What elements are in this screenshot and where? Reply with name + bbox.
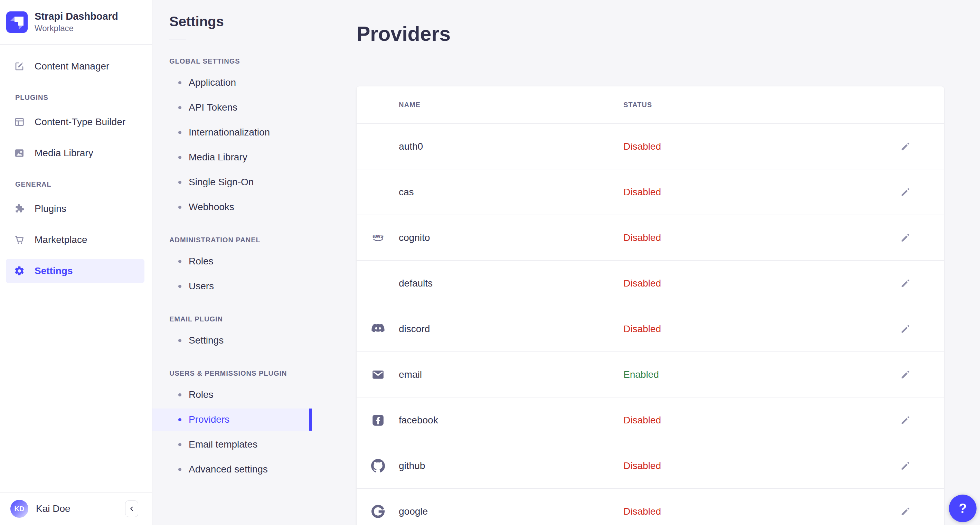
bullet-icon: [178, 418, 181, 421]
provider-name: email: [399, 369, 624, 380]
bullet-icon: [178, 181, 181, 184]
bullet-icon: [178, 156, 181, 159]
table-row-auth0[interactable]: auth0 Disabled: [356, 124, 944, 169]
puzzle-icon: [14, 203, 25, 214]
svg-text:aws: aws: [372, 232, 383, 239]
edit-provider-button[interactable]: [894, 318, 916, 340]
no-icon: [371, 185, 385, 199]
table-row-google[interactable]: google Disabled: [356, 489, 944, 525]
no-icon: [371, 277, 385, 290]
provider-status: Disabled: [624, 415, 889, 426]
table-row-email[interactable]: email Enabled: [356, 352, 944, 398]
pencil-icon: [900, 323, 911, 334]
sidebar-item-media-library[interactable]: Media Library: [6, 141, 145, 165]
edit-provider-button[interactable]: [894, 455, 916, 477]
edit-provider-button[interactable]: [894, 135, 916, 158]
edit-provider-button[interactable]: [894, 364, 916, 386]
subnav-item-settings[interactable]: Settings: [153, 329, 312, 352]
subnav-section: USERS & PERMISSIONS PLUGIN Roles Provide…: [153, 369, 312, 480]
main-sidebar: Strapi Dashboard Workplace Content Manag…: [0, 0, 153, 525]
sidebar-menu: Content Manager PLUGINS Content-Type Bui…: [0, 45, 152, 492]
subnav-section: EMAIL PLUGIN Settings: [153, 315, 312, 352]
provider-status: Disabled: [624, 323, 889, 334]
subnav-section: ADMINISTRATION PANEL Roles Users: [153, 236, 312, 297]
app-subtitle: Workplace: [35, 24, 118, 33]
discord-icon: [371, 322, 385, 336]
image-icon: [14, 148, 25, 159]
subnav-section-label: ADMINISTRATION PANEL: [153, 236, 312, 244]
provider-name: google: [399, 506, 624, 517]
subnav-item-providers[interactable]: Providers: [153, 409, 312, 431]
subnav-section-label: USERS & PERMISSIONS PLUGIN: [153, 369, 312, 377]
pencil-icon: [900, 141, 911, 152]
sidebar-section-label: PLUGINS: [0, 94, 152, 102]
bullet-icon: [178, 468, 181, 471]
edit-provider-button[interactable]: [894, 409, 916, 431]
avatar[interactable]: KD: [10, 500, 28, 518]
subnav-divider: [169, 39, 186, 40]
subnav-section-label: GLOBAL SETTINGS: [153, 57, 312, 65]
provider-status: Disabled: [624, 460, 889, 471]
subnav-item-users[interactable]: Users: [153, 275, 312, 297]
subnav-section-label: EMAIL PLUGIN: [153, 315, 312, 323]
help-button[interactable]: ?: [949, 495, 977, 522]
user-row: KD Kai Doe: [0, 492, 152, 525]
pencil-icon: [900, 278, 911, 289]
table-row-discord[interactable]: discord Disabled: [356, 306, 944, 352]
bullet-icon: [178, 106, 181, 109]
edit-provider-button[interactable]: [894, 227, 916, 249]
bullet-icon: [178, 260, 181, 263]
provider-name: defaults: [399, 278, 624, 289]
edit-provider-button[interactable]: [894, 272, 916, 294]
table-row-defaults[interactable]: defaults Disabled: [356, 261, 944, 306]
providers-table-card: NAME STATUS auth0 Disabled cas Disabled …: [356, 86, 944, 525]
no-icon: [371, 140, 385, 153]
column-header-status: STATUS: [624, 101, 889, 109]
subnav-item-roles[interactable]: Roles: [153, 383, 312, 406]
sidebar-item-marketplace[interactable]: Marketplace: [6, 228, 145, 252]
sidebar-item-content-manager[interactable]: Content Manager: [6, 54, 145, 78]
sidebar-item-label: Content Manager: [35, 61, 109, 72]
table-row-cas[interactable]: cas Disabled: [356, 169, 944, 215]
layout-icon: [14, 116, 25, 127]
pencil-icon: [900, 460, 911, 471]
sidebar-item-settings[interactable]: Settings: [6, 259, 145, 283]
provider-name: github: [399, 460, 624, 471]
main-content: Providers NAME STATUS auth0 Disabled cas…: [312, 0, 980, 525]
provider-status: Disabled: [624, 506, 889, 517]
table-row-cognito[interactable]: aws cognito Disabled: [356, 215, 944, 261]
provider-status: Disabled: [624, 278, 889, 289]
sidebar-item-content-type-builder[interactable]: Content-Type Builder: [6, 110, 145, 134]
pencil-icon: [900, 232, 911, 243]
google-icon: [371, 504, 385, 519]
edit-provider-button[interactable]: [894, 500, 916, 523]
subnav-item-email-templates[interactable]: Email templates: [153, 433, 312, 455]
subnav-item-application[interactable]: Application: [153, 72, 312, 94]
column-header-name: NAME: [399, 101, 624, 109]
subnav-item-media-library[interactable]: Media Library: [153, 146, 312, 168]
provider-status: Enabled: [624, 369, 889, 380]
app-title: Strapi Dashboard: [35, 11, 118, 22]
provider-status: Disabled: [624, 232, 889, 243]
sidebar-item-plugins[interactable]: Plugins: [6, 197, 145, 221]
collapse-sidebar-button[interactable]: [125, 500, 138, 517]
user-name: Kai Doe: [36, 503, 118, 514]
subnav-item-advanced-settings[interactable]: Advanced settings: [153, 458, 312, 480]
sidebar-section: PLUGINS Content-Type Builder Media Libra…: [0, 94, 152, 165]
bullet-icon: [178, 285, 181, 288]
table-row-github[interactable]: github Disabled: [356, 443, 944, 489]
subnav-item-webhooks[interactable]: Webhooks: [153, 196, 312, 218]
subnav-item-internationalization[interactable]: Internationalization: [153, 121, 312, 143]
subnav-item-single-sign-on[interactable]: Single Sign-On: [153, 171, 312, 193]
provider-name: cas: [399, 187, 624, 198]
subnav-title: Settings: [153, 13, 312, 30]
subnav-item-roles[interactable]: Roles: [153, 250, 312, 272]
subnav-item-api-tokens[interactable]: API Tokens: [153, 96, 312, 119]
table-row-facebook[interactable]: facebook Disabled: [356, 398, 944, 443]
bullet-icon: [178, 339, 181, 342]
bullet-icon: [178, 81, 181, 84]
provider-name: discord: [399, 323, 624, 334]
edit-provider-button[interactable]: [894, 181, 916, 203]
brand-header[interactable]: Strapi Dashboard Workplace: [0, 0, 152, 45]
pencil-icon: [900, 187, 911, 198]
